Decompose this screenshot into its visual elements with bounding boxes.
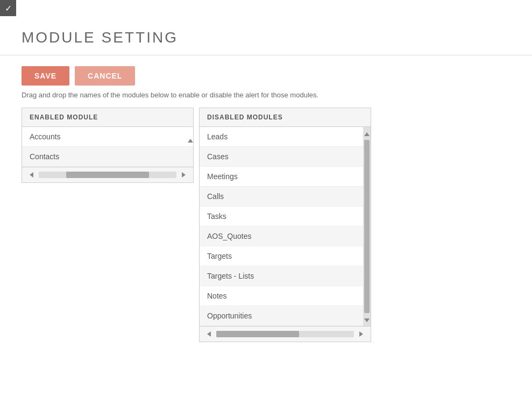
left-panel-scroll-indicator (186, 134, 195, 145)
scroll-right-disabled-button[interactable] (356, 329, 366, 339)
enabled-list-item[interactable]: Accounts (22, 127, 193, 147)
enabled-panel-header: ENABLED MODULE (22, 108, 193, 127)
modules-container: ENABLED MODULE AccountsContacts (0, 108, 532, 353)
scroll-thumb-right (216, 331, 299, 337)
toolbar: SAVE CANCEL (0, 55, 532, 91)
disabled-list-item[interactable]: Leads (200, 127, 363, 147)
disabled-module-panel: DISABLED MODULES LeadsCasesMeetingsCalls… (199, 108, 371, 342)
enabled-panel-scroll-bar (22, 167, 193, 182)
disabled-panel-header: DISABLED MODULES (200, 108, 371, 127)
chevron-left-icon (30, 172, 33, 178)
chevron-down-disabled-icon (364, 318, 370, 322)
scroll-thumb-left (66, 172, 149, 178)
top-bar: ✓ (0, 0, 16, 16)
scroll-track-left (39, 172, 176, 178)
chevron-up-disabled-icon (364, 132, 370, 136)
scroll-track-right (216, 331, 354, 337)
enabled-panel-wrapper: ENABLED MODULE AccountsContacts (22, 108, 194, 183)
cancel-button[interactable]: CANCEL (75, 66, 135, 86)
scroll-right-button[interactable] (179, 169, 189, 180)
disabled-list-item[interactable]: Tasks (200, 207, 363, 226)
disabled-list-item[interactable]: Targets - Lists (200, 266, 363, 286)
panels-row: ENABLED MODULE AccountsContacts (22, 108, 371, 342)
page-title: MODULE SETTING (22, 29, 510, 46)
disabled-panel-wrapper: DISABLED MODULES LeadsCasesMeetingsCalls… (199, 108, 371, 342)
disabled-list-wrapper: LeadsCasesMeetingsCallsTasksAOS_QuotesTa… (200, 127, 371, 326)
scroll-up-enabled-button[interactable] (187, 134, 194, 145)
scroll-left-button[interactable] (26, 169, 37, 180)
disabled-panel-scrollbar (363, 127, 371, 326)
disabled-panel-scroll-bar (200, 326, 371, 342)
enabled-list-item[interactable]: Contacts (22, 147, 193, 167)
enabled-module-panel: ENABLED MODULE AccountsContacts (22, 108, 194, 183)
chevron-right-icon (182, 172, 186, 178)
scroll-down-disabled-button[interactable] (363, 314, 371, 325)
chevron-up-icon (188, 139, 193, 143)
disabled-module-list: LeadsCasesMeetingsCallsTasksAOS_QuotesTa… (200, 127, 371, 326)
disabled-list-item[interactable]: Cases (200, 147, 363, 167)
disabled-list-item[interactable]: Calls (200, 187, 363, 207)
disabled-scrollbar-thumb (364, 140, 370, 313)
checkmark-icon: ✓ (5, 3, 12, 13)
description-text: Drag and drop the names of the modules b… (0, 91, 532, 108)
enabled-module-list: AccountsContacts (22, 127, 193, 167)
chevron-left-disabled-icon (207, 331, 211, 337)
scroll-left-disabled-button[interactable] (204, 329, 214, 339)
scroll-up-disabled-button[interactable] (363, 128, 371, 139)
enabled-list-wrapper: AccountsContacts (22, 127, 193, 167)
chevron-right-disabled-icon (359, 331, 363, 337)
disabled-list-item[interactable]: Meetings (200, 167, 363, 187)
page-header: MODULE SETTING (0, 16, 532, 55)
disabled-list-item[interactable]: Notes (200, 286, 363, 306)
disabled-list-item[interactable]: Targets (200, 246, 363, 266)
disabled-list-item[interactable]: Opportunities (200, 306, 363, 326)
disabled-list-item[interactable]: AOS_Quotes (200, 226, 363, 246)
save-button[interactable]: SAVE (22, 66, 69, 86)
